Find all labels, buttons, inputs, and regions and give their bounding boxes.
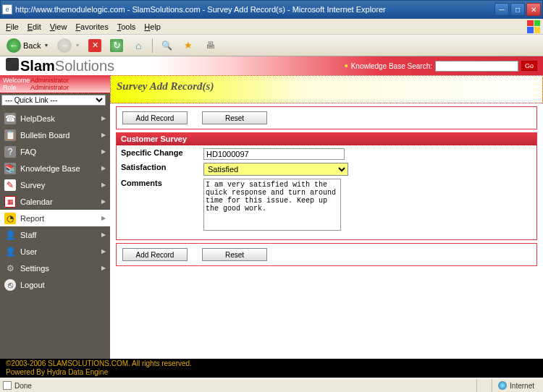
window-titlebar: e http://www.themodulelogic.com - SlamSo… bbox=[0, 0, 543, 19]
chevron-right-icon: ▶ bbox=[101, 248, 106, 255]
chevron-down-icon: ▼ bbox=[75, 43, 80, 48]
sidebar-item-faq[interactable]: ?FAQ▶ bbox=[0, 143, 110, 160]
close-button[interactable]: ✕ bbox=[526, 3, 541, 16]
report-icon: ◔ bbox=[4, 213, 16, 224]
sidebar-item-label: User bbox=[20, 247, 37, 256]
stop-button[interactable]: ✕ bbox=[85, 38, 105, 54]
home-icon: ⌂ bbox=[132, 39, 145, 52]
staff-icon: 👤 bbox=[4, 229, 16, 241]
sidebar-item-calendar[interactable]: ▦Calendar▶ bbox=[0, 193, 110, 210]
zone-label: Internet bbox=[510, 382, 534, 390]
kb-search-label: Knowledge Base Search: bbox=[351, 62, 432, 70]
logo-solutions: Solutions bbox=[55, 58, 114, 74]
sidebar-item-staff[interactable]: 👤Staff▶ bbox=[0, 226, 110, 243]
sidebar-item-kb[interactable]: 📚Knowledge Base▶ bbox=[0, 160, 110, 176]
status-text: Done bbox=[14, 382, 32, 390]
add-record-button[interactable]: Add Record bbox=[122, 248, 188, 261]
chevron-right-icon: ▶ bbox=[101, 265, 106, 271]
sidebar-item-label: Bulletin Board bbox=[20, 131, 70, 140]
kb-search-group: • Knowledge Base Search: Go bbox=[345, 60, 537, 72]
logout-icon: ⎋ bbox=[4, 279, 16, 291]
sidebar-item-report[interactable]: ◔Report▶ bbox=[0, 210, 110, 226]
menu-favorites[interactable]: Favorites bbox=[71, 21, 112, 33]
menu-file[interactable]: File bbox=[1, 21, 23, 33]
app-footer: ©2003-2006 SLAMSOLUTIONS.COM. All rights… bbox=[0, 359, 543, 378]
search-icon: 🔍 bbox=[160, 39, 173, 52]
footer-copyright: ©2003-2006 SLAMSOLUTIONS.COM. All rights… bbox=[6, 359, 537, 368]
window-title: http://www.themodulelogic.com - SlamSolu… bbox=[15, 5, 494, 14]
menu-edit[interactable]: Edit bbox=[23, 21, 46, 33]
sidebar-item-label: Settings bbox=[20, 264, 49, 273]
print-button[interactable]: 🖶 bbox=[200, 38, 220, 54]
refresh-button[interactable]: ↻ bbox=[106, 38, 127, 54]
add-record-button[interactable]: Add Record bbox=[122, 111, 188, 124]
star-icon: ★ bbox=[182, 39, 195, 52]
survey-panel: Customer Survey Specific Change Satisfac… bbox=[116, 132, 537, 240]
logo-slam: Slam bbox=[20, 58, 55, 74]
status-pane bbox=[476, 379, 489, 392]
chevron-right-icon: ▶ bbox=[101, 198, 106, 205]
chevron-right-icon: ▶ bbox=[101, 215, 106, 221]
toolbar-separator bbox=[152, 38, 153, 53]
maximize-button[interactable]: □ bbox=[510, 3, 525, 16]
welcome-user: Administrator bbox=[30, 77, 69, 84]
menu-bar: File Edit View Favorites Tools Help bbox=[0, 19, 543, 35]
minimize-button[interactable]: ─ bbox=[494, 3, 509, 16]
sidebar-item-settings[interactable]: ⚙Settings▶ bbox=[0, 260, 110, 276]
content-viewport: Slam Solutions • Knowledge Base Search: … bbox=[0, 56, 543, 378]
chevron-right-icon: ▶ bbox=[101, 132, 106, 138]
calendar-icon: ▦ bbox=[4, 196, 16, 208]
role-label: Role bbox=[3, 84, 30, 91]
kb-icon: 📚 bbox=[4, 163, 16, 174]
quicklink-select[interactable]: --- Quick Link --- bbox=[1, 95, 106, 106]
satisfaction-select[interactable]: Satisfied bbox=[203, 163, 348, 176]
comments-label: Comments bbox=[119, 179, 203, 232]
comments-textarea[interactable]: I am very satisfied with the quick respo… bbox=[203, 179, 341, 231]
sidebar-item-bulletin[interactable]: 📋Bulletin Board▶ bbox=[0, 127, 110, 143]
sidebar-item-label: HelpDesk bbox=[20, 114, 55, 123]
gear-icon: ⚙ bbox=[4, 263, 16, 274]
menu-tools[interactable]: Tools bbox=[113, 21, 140, 33]
chevron-right-icon: ▶ bbox=[101, 115, 106, 122]
menu-view[interactable]: View bbox=[46, 21, 72, 33]
forward-icon: → bbox=[57, 38, 72, 53]
footer-engine: Powered By Hydra Data Engine bbox=[6, 368, 537, 377]
chevron-right-icon: ▶ bbox=[101, 231, 106, 238]
welcome-label: Welcome bbox=[3, 77, 30, 84]
button-row-bottom: Add Record Reset bbox=[116, 243, 537, 266]
back-icon: ← bbox=[7, 38, 21, 53]
status-zone: Internet bbox=[492, 379, 540, 392]
button-row-top: Add Record Reset bbox=[116, 106, 537, 129]
sidebar-item-helpdesk[interactable]: ☎HelpDesk▶ bbox=[0, 110, 110, 127]
status-bar: Done Internet bbox=[0, 378, 543, 392]
helpdesk-icon: ☎ bbox=[4, 113, 16, 124]
forward-button[interactable]: → ▼ bbox=[54, 38, 83, 54]
sidebar-item-label: Staff bbox=[20, 231, 36, 239]
favorites-button[interactable]: ★ bbox=[178, 38, 198, 54]
faq-icon: ? bbox=[4, 146, 16, 158]
stop-icon: ✕ bbox=[88, 39, 101, 52]
sidebar-item-survey[interactable]: ✎Survey▶ bbox=[0, 176, 110, 193]
sidebar-item-label: Survey bbox=[20, 181, 45, 189]
chevron-right-icon: ▶ bbox=[101, 165, 106, 171]
refresh-icon: ↻ bbox=[110, 39, 123, 52]
go-button[interactable]: Go bbox=[521, 61, 537, 71]
home-button[interactable]: ⌂ bbox=[128, 38, 148, 54]
reset-button[interactable]: Reset bbox=[202, 248, 267, 261]
sidebar-item-user[interactable]: 👤User▶ bbox=[0, 243, 110, 260]
specific-change-label: Specific Change bbox=[119, 148, 203, 160]
survey-icon: ✎ bbox=[4, 179, 16, 191]
kb-search-input[interactable] bbox=[435, 61, 518, 72]
reset-button[interactable]: Reset bbox=[202, 111, 267, 124]
specific-change-input[interactable] bbox=[203, 148, 345, 160]
chevron-down-icon: ▼ bbox=[43, 43, 49, 48]
search-button[interactable]: 🔍 bbox=[156, 38, 177, 54]
app-logo: Slam Solutions bbox=[6, 58, 345, 74]
logo-icon bbox=[6, 58, 19, 71]
back-button[interactable]: ← Back ▼ bbox=[3, 38, 52, 54]
app-header: Slam Solutions • Knowledge Base Search: … bbox=[0, 56, 543, 75]
sidebar-item-logout[interactable]: ⎋Logout bbox=[0, 276, 110, 293]
main-content: Survey Add Record(s) Add Record Reset Cu… bbox=[110, 75, 543, 359]
satisfaction-label: Satisfaction bbox=[119, 163, 203, 176]
menu-help[interactable]: Help bbox=[140, 21, 165, 33]
